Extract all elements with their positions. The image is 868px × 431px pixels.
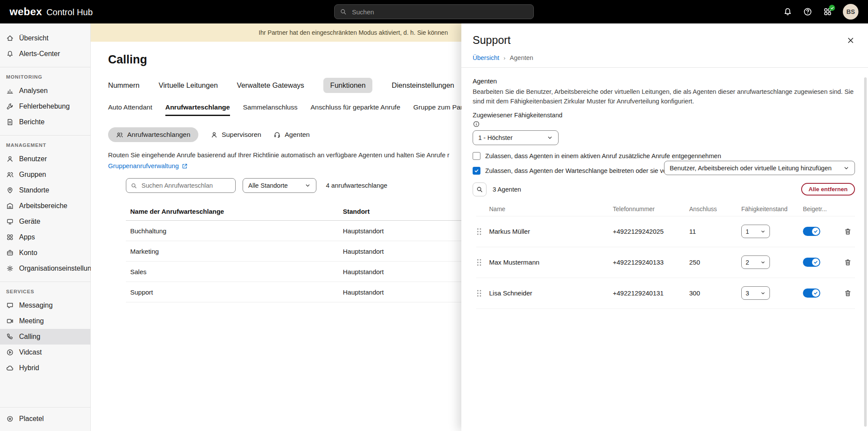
trash-icon[interactable] [844, 227, 852, 236]
sidebar-item-messaging[interactable]: Messaging [0, 298, 90, 313]
joined-toggle[interactable] [803, 258, 820, 267]
queue-search[interactable] [126, 178, 236, 193]
segment-anrufwarteschlangen[interactable]: Anrufwarteschlangen [108, 127, 198, 142]
global-search-input[interactable] [351, 8, 528, 16]
checkbox-join-queue[interactable] [473, 167, 480, 175]
subtab-anrufwarteschlange[interactable]: Anrufwarteschlange [165, 103, 230, 116]
table-row[interactable]: Marketing Hauptstandort [126, 241, 482, 262]
sidebar-item-gruppen[interactable]: Gruppen [0, 167, 90, 182]
segment-label: Agenten [285, 131, 310, 139]
subtab-auto-attendant[interactable]: Auto Attendant [108, 103, 152, 116]
sidebar-item-geraete[interactable]: Geräte [0, 214, 90, 229]
agent-skill-dropdown[interactable]: 1 [741, 225, 770, 238]
notifications-bell-icon[interactable] [783, 7, 792, 17]
segment-label: Anrufwarteschlangen [127, 131, 191, 139]
workspace-icon [6, 202, 14, 210]
sidebar-item-analysen[interactable]: Analysen [0, 83, 90, 99]
drag-handle[interactable] [476, 227, 482, 236]
global-search[interactable] [334, 4, 534, 19]
agents-table-header: Name Telefonnummer Anschluss Fähigkeiten… [476, 202, 855, 216]
gruppenanrufverwaltung-link[interactable]: Gruppenanrufverwaltung [108, 162, 188, 169]
sidebar-item-fehlerbehebung[interactable]: Fehlerbehebung [0, 99, 90, 114]
agent-skill-dropdown[interactable]: 3 [741, 286, 770, 300]
toggle-check-icon [812, 259, 819, 266]
sidebar-item-organisationseinstellungen[interactable]: Organisationseinstellun... [0, 261, 90, 276]
sidebar-item-label: Calling [19, 333, 40, 341]
sidebar-item-label: Hybrid [19, 364, 39, 372]
chevron-down-icon [843, 165, 849, 171]
search-icon [131, 182, 137, 189]
agent-row: Max Mustermann +4922129240133 250 2 [476, 247, 855, 278]
checkbox-additional-calls[interactable] [473, 152, 480, 160]
drag-handle[interactable] [476, 258, 482, 267]
queue-search-input[interactable] [141, 182, 231, 189]
column-header-name: Name der Anrufwarteschlange [130, 208, 343, 215]
tab-nummern[interactable]: Nummern [108, 81, 139, 90]
wrench-icon [6, 103, 14, 110]
sidebar-item-label: Benutzer [19, 155, 47, 163]
home-icon [6, 34, 14, 42]
skill-level-label: Zugewiesener Fähigkeitenstand [473, 112, 855, 119]
webex-logo-text: webex [10, 6, 42, 18]
trash-icon[interactable] [844, 289, 852, 298]
segment-supervisoren[interactable]: Supervisoren [210, 127, 261, 142]
agent-search-button[interactable] [473, 182, 487, 196]
checkbox-label: Zulassen, dass Agenten der Warteschlange… [485, 167, 687, 174]
close-icon[interactable] [846, 36, 855, 45]
breadcrumb-agents: Agenten [510, 54, 533, 61]
agent-extension: 250 [689, 259, 741, 266]
webex-logo: webex Control Hub [10, 6, 93, 18]
tab-funktionen[interactable]: Funktionen [323, 78, 373, 93]
table-row[interactable]: Sales Hauptstandort [126, 262, 482, 282]
briefcase-icon [6, 249, 14, 257]
panel-scrollbar[interactable] [864, 77, 867, 427]
panel-title: Support [473, 34, 511, 46]
skill-level-dropdown[interactable]: 1 - Höchster [473, 130, 559, 145]
agent-name: Max Mustermann [489, 259, 613, 266]
add-agent-dropdown[interactable]: Benutzer, Arbeitsbereich oder virtuelle … [664, 161, 855, 175]
sidebar-item-meeting[interactable]: Meeting [0, 313, 90, 329]
sidebar-item-standorte[interactable]: Standorte [0, 182, 90, 198]
checkbox-row-additional-calls: Zulassen, dass Agenten in einem aktiven … [473, 152, 855, 160]
tab-diensteinstellungen[interactable]: Diensteinstellungen [391, 81, 454, 90]
sidebar-item-konto[interactable]: Konto [0, 245, 90, 261]
sidebar-item-calling[interactable]: Calling [0, 329, 90, 345]
agent-phone: +4922129240131 [613, 289, 689, 297]
sidebar-item-arbeitsbereiche[interactable]: Arbeitsbereiche [0, 198, 90, 214]
subtab-anschluss-geparkte-anrufe[interactable]: Anschluss für geparkte Anrufe [311, 103, 401, 116]
table-row[interactable]: Support Hauptstandort [126, 282, 482, 302]
agent-skill-dropdown[interactable]: 2 [741, 255, 770, 269]
column-header-beigetreten: Beigetr... [803, 206, 844, 212]
tab-verwaltete-gateways[interactable]: Verwaltete Gateways [237, 81, 304, 90]
remove-all-button[interactable]: Alle entfernen [801, 183, 855, 196]
apps-launcher-icon[interactable] [823, 7, 832, 17]
info-icon[interactable] [473, 120, 480, 128]
sidebar-item-label: Alerts-Center [19, 50, 60, 58]
column-header-telefonnummer: Telefonnummer [613, 206, 689, 212]
sidebar-item-uebersicht[interactable]: Übersicht [0, 30, 90, 46]
joined-toggle[interactable] [803, 227, 820, 236]
table-row[interactable]: Buchhaltung Hauptstandort [126, 221, 482, 241]
help-icon[interactable] [803, 7, 812, 17]
sidebar-item-alerts-center[interactable]: Alerts-Center [0, 46, 90, 62]
sidebar-item-hybrid[interactable]: Hybrid [0, 360, 90, 376]
queue-count: 4 anrufwarteschlange [326, 182, 387, 189]
joined-toggle[interactable] [803, 288, 820, 298]
subtab-sammelanschluss[interactable]: Sammelanschluss [243, 103, 298, 116]
trash-icon[interactable] [844, 258, 852, 267]
user-avatar[interactable]: BS [843, 4, 858, 20]
breadcrumb-overview-link[interactable]: Übersicht [473, 54, 499, 61]
tab-virtuelle-leitungen[interactable]: Virtuelle Leitungen [158, 81, 217, 90]
video-camera-icon [6, 317, 14, 325]
sidebar-section-services: SERVICES [0, 282, 90, 298]
location-filter-dropdown[interactable]: Alle Standorte [243, 178, 316, 193]
sidebar-item-apps[interactable]: Apps [0, 229, 90, 245]
sidebar-item-berichte[interactable]: Berichte [0, 114, 90, 130]
users-icon [6, 171, 14, 179]
sidebar-item-benutzer[interactable]: Benutzer [0, 151, 90, 167]
sidebar-item-vidcast[interactable]: Vidcast [0, 345, 90, 360]
sidebar-item-placetel[interactable]: Placetel [0, 411, 90, 427]
drag-handle[interactable] [476, 289, 482, 298]
segment-agenten[interactable]: Agenten [273, 127, 310, 142]
sidebar-footer: Placetel [0, 407, 90, 431]
